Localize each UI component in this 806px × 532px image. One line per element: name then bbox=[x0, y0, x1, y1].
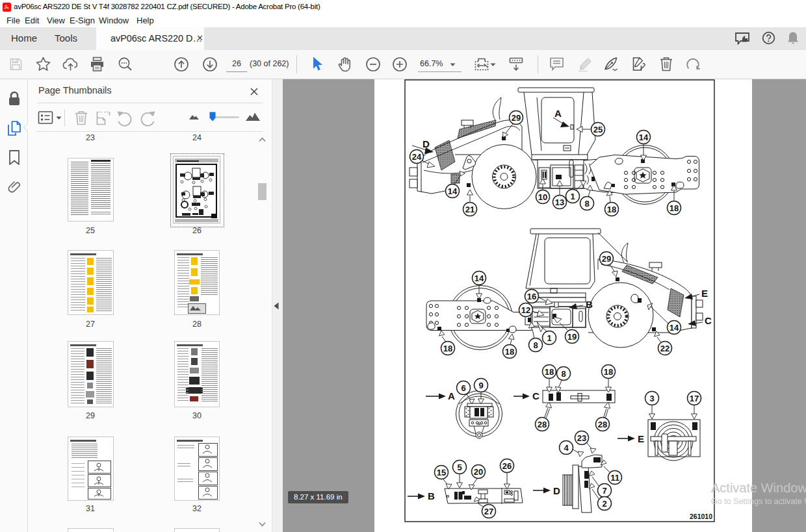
svg-text:28: 28 bbox=[538, 420, 547, 429]
svg-text:B: B bbox=[428, 490, 435, 501]
svg-text:14: 14 bbox=[448, 186, 458, 196]
svg-text:8: 8 bbox=[584, 199, 589, 209]
svg-text:24: 24 bbox=[412, 152, 422, 162]
svg-text:26: 26 bbox=[502, 461, 512, 471]
svg-text:A: A bbox=[554, 108, 562, 119]
svg-text:14: 14 bbox=[670, 323, 679, 333]
svg-text:C: C bbox=[532, 390, 540, 401]
svg-text:18: 18 bbox=[545, 367, 554, 377]
svg-text:18: 18 bbox=[505, 347, 514, 357]
svg-text:8: 8 bbox=[561, 369, 566, 379]
svg-text:16: 16 bbox=[527, 292, 536, 301]
svg-text:2: 2 bbox=[602, 499, 606, 509]
svg-text:5: 5 bbox=[457, 462, 462, 472]
svg-text:3: 3 bbox=[649, 394, 654, 403]
svg-text:17: 17 bbox=[690, 394, 699, 403]
svg-text:18: 18 bbox=[670, 203, 679, 213]
svg-text:C: C bbox=[705, 315, 712, 326]
svg-text:9: 9 bbox=[478, 381, 483, 390]
svg-text:18: 18 bbox=[443, 344, 452, 353]
svg-text:23: 23 bbox=[577, 433, 586, 443]
svg-text:6: 6 bbox=[461, 383, 465, 393]
svg-text:12: 12 bbox=[521, 305, 530, 315]
svg-text:20: 20 bbox=[474, 467, 483, 477]
svg-text:18: 18 bbox=[607, 205, 616, 214]
svg-text:18: 18 bbox=[604, 367, 613, 377]
svg-text:29: 29 bbox=[512, 113, 521, 123]
svg-text:E: E bbox=[638, 433, 644, 444]
svg-text:7: 7 bbox=[602, 486, 606, 496]
svg-text:1: 1 bbox=[547, 333, 551, 343]
svg-text:E: E bbox=[701, 288, 708, 299]
svg-text:13: 13 bbox=[555, 197, 564, 207]
svg-text:19: 19 bbox=[567, 332, 577, 342]
svg-text:10: 10 bbox=[538, 192, 547, 202]
svg-text:B: B bbox=[586, 299, 593, 310]
svg-text:14: 14 bbox=[639, 133, 649, 142]
svg-text:29: 29 bbox=[602, 254, 611, 264]
svg-text:25: 25 bbox=[593, 125, 603, 134]
svg-text:21: 21 bbox=[465, 205, 474, 214]
svg-text:27: 27 bbox=[484, 507, 493, 516]
svg-text:14: 14 bbox=[474, 273, 484, 283]
svg-text:28: 28 bbox=[598, 420, 607, 429]
svg-text:A: A bbox=[448, 390, 455, 401]
svg-text:8: 8 bbox=[533, 340, 538, 350]
svg-text:D: D bbox=[553, 485, 560, 496]
svg-text:22: 22 bbox=[660, 344, 670, 353]
svg-text:11: 11 bbox=[610, 473, 619, 483]
svg-text:15: 15 bbox=[437, 468, 446, 477]
svg-text:4: 4 bbox=[564, 443, 569, 453]
svg-text:261010: 261010 bbox=[690, 513, 712, 520]
svg-text:1: 1 bbox=[570, 192, 575, 201]
